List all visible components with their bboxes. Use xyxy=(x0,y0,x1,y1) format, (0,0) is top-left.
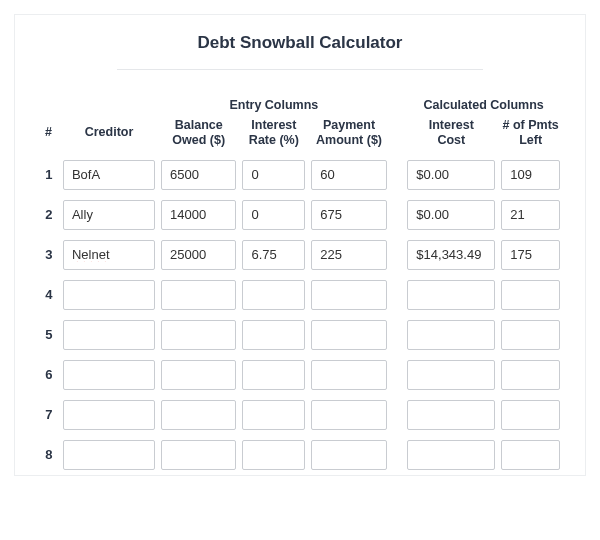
header-group-entry: Entry Columns xyxy=(158,96,390,116)
row-number: 2 xyxy=(37,195,60,235)
pmts-left: 21 xyxy=(501,200,560,230)
rate-input[interactable] xyxy=(242,400,305,430)
header-group-calc: Calculated Columns xyxy=(404,96,563,116)
balance-input[interactable] xyxy=(161,200,236,230)
pmts-left xyxy=(501,320,560,350)
row-number: 3 xyxy=(37,235,60,275)
header-pmts: # of PmtsLeft xyxy=(498,116,563,155)
table-row: 4 xyxy=(37,275,563,315)
row-number: 1 xyxy=(37,155,60,195)
interest-cost xyxy=(407,360,495,390)
header-creditor: Creditor xyxy=(60,116,158,155)
row-number: 6 xyxy=(37,355,60,395)
payment-input[interactable] xyxy=(311,320,386,350)
rate-input[interactable] xyxy=(242,240,305,270)
payment-input[interactable] xyxy=(311,160,386,190)
table-row: 3$14,343.49175 xyxy=(37,235,563,275)
page-title: Debt Snowball Calculator xyxy=(37,25,563,69)
table-row: 1$0.00109 xyxy=(37,155,563,195)
divider xyxy=(117,69,483,70)
table-row: 8 xyxy=(37,435,563,475)
balance-input[interactable] xyxy=(161,280,236,310)
creditor-input[interactable] xyxy=(63,360,155,390)
table-row: 2$0.0021 xyxy=(37,195,563,235)
pmts-left xyxy=(501,360,560,390)
rate-input[interactable] xyxy=(242,440,305,470)
row-number: 7 xyxy=(37,395,60,435)
pmts-left xyxy=(501,440,560,470)
payment-input[interactable] xyxy=(311,400,386,430)
payment-input[interactable] xyxy=(311,440,386,470)
creditor-input[interactable] xyxy=(63,400,155,430)
interest-cost xyxy=(407,280,495,310)
rate-input[interactable] xyxy=(242,360,305,390)
interest-cost xyxy=(407,320,495,350)
pmts-left: 175 xyxy=(501,240,560,270)
rate-input[interactable] xyxy=(242,320,305,350)
balance-input[interactable] xyxy=(161,400,236,430)
payment-input[interactable] xyxy=(311,280,386,310)
creditor-input[interactable] xyxy=(63,160,155,190)
balance-input[interactable] xyxy=(161,160,236,190)
calculator-card: Debt Snowball Calculator Entry Columns C… xyxy=(14,14,586,476)
payment-input[interactable] xyxy=(311,240,386,270)
balance-input[interactable] xyxy=(161,320,236,350)
payment-input[interactable] xyxy=(311,200,386,230)
header-balance: BalanceOwed ($) xyxy=(158,116,239,155)
pmts-left: 109 xyxy=(501,160,560,190)
creditor-input[interactable] xyxy=(63,240,155,270)
header-payment: PaymentAmount ($) xyxy=(308,116,389,155)
creditor-input[interactable] xyxy=(63,280,155,310)
header-rate: InterestRate (%) xyxy=(239,116,308,155)
pmts-left xyxy=(501,280,560,310)
balance-input[interactable] xyxy=(161,360,236,390)
table-row: 5 xyxy=(37,315,563,355)
table-row: 7 xyxy=(37,395,563,435)
rate-input[interactable] xyxy=(242,160,305,190)
interest-cost: $0.00 xyxy=(407,200,495,230)
row-number: 8 xyxy=(37,435,60,475)
balance-input[interactable] xyxy=(161,440,236,470)
interest-cost: $14,343.49 xyxy=(407,240,495,270)
interest-cost xyxy=(407,440,495,470)
row-number: 5 xyxy=(37,315,60,355)
creditor-input[interactable] xyxy=(63,320,155,350)
row-number: 4 xyxy=(37,275,60,315)
interest-cost: $0.00 xyxy=(407,160,495,190)
creditor-input[interactable] xyxy=(63,440,155,470)
payment-input[interactable] xyxy=(311,360,386,390)
creditor-input[interactable] xyxy=(63,200,155,230)
header-num: # xyxy=(37,116,60,155)
balance-input[interactable] xyxy=(161,240,236,270)
debt-table: Entry Columns Calculated Columns # Credi… xyxy=(37,96,563,475)
table-row: 6 xyxy=(37,355,563,395)
header-intcost: InterestCost xyxy=(404,116,498,155)
interest-cost xyxy=(407,400,495,430)
rate-input[interactable] xyxy=(242,200,305,230)
rate-input[interactable] xyxy=(242,280,305,310)
pmts-left xyxy=(501,400,560,430)
